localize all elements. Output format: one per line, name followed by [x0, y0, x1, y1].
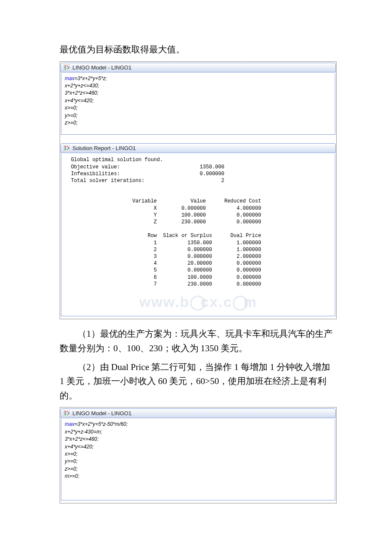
lingo-app-icon	[63, 145, 70, 151]
model-editor-1[interactable]: max=3*x+2*y+5*z;x+2*y+z<=430;3*x+2*z<=46…	[61, 73, 335, 135]
paragraph-1: （1）最优的生产方案为：玩具火车、玩具卡车和玩具汽车的生产数量分别为：0、100…	[60, 327, 337, 356]
model-line: z>=0;	[65, 465, 331, 473]
report-text: Global optimal solution found. Objective…	[65, 156, 331, 288]
paragraph-2: （2）由 Dual Price 第二行可知，当操作 1 每增加 1 分钟收入增加…	[60, 360, 337, 403]
screenshot-block-1: LINGO Model - LINGO1 max=3*x+2*y+5*z;x+2…	[60, 61, 337, 320]
solution-report-viewer[interactable]: Global optimal solution found. Objective…	[61, 154, 335, 316]
model-line: 3*x+2*z<=460;	[65, 90, 331, 97]
window-title: LINGO Model - LINGO1	[72, 410, 132, 416]
model-line: x+2*y+z<=430;	[65, 82, 331, 90]
svg-rect-3	[64, 69, 66, 69]
model-line: x+2*y+z-430=m;	[65, 428, 331, 436]
model-line: z>=0;	[65, 119, 331, 127]
lingo-app-icon	[63, 410, 70, 416]
watermark-text: www.b◯cx.c◯m	[139, 292, 257, 312]
svg-rect-2	[64, 67, 66, 68]
model-line: max=3*x+2*y+5*z;	[65, 75, 331, 82]
model-line: x+4*y<=420;	[65, 443, 331, 451]
svg-rect-10	[64, 413, 66, 414]
intro-text: 最优值为目标函数取得最大值。	[60, 43, 337, 57]
screenshot-block-2: LINGO Model - LINGO1 max=3*x+2*y+5*z-50*…	[60, 407, 337, 503]
window-title: LINGO Model - LINGO1	[72, 64, 132, 71]
svg-rect-6	[64, 148, 66, 149]
model-line: 3*x+2*z<=460;	[65, 436, 331, 443]
svg-rect-9	[64, 411, 66, 412]
window-titlebar-model-2: LINGO Model - LINGO1	[61, 408, 336, 418]
svg-rect-1	[64, 65, 66, 66]
svg-rect-5	[64, 146, 66, 147]
model-line: y>=0;	[65, 112, 331, 119]
svg-rect-11	[64, 415, 66, 416]
window-titlebar-model-1: LINGO Model - LINGO1	[61, 63, 336, 72]
model-line: x+4*y<=420;	[65, 97, 331, 104]
model-line: x>=0;	[65, 104, 331, 112]
model-line: y>=0;	[65, 458, 331, 465]
model-editor-2[interactable]: max=3*x+2*y+5*z-50*m/60;x+2*y+z-430=m;3*…	[61, 419, 335, 500]
window-titlebar-report: Solution Report - LINGO1	[61, 143, 336, 153]
model-line: x>=0;	[65, 451, 331, 458]
window-title: Solution Report - LINGO1	[72, 145, 136, 151]
model-line: m>=0;	[65, 473, 331, 480]
model-line: max=3*x+2*y+5*z-50*m/60;	[65, 421, 331, 428]
lingo-app-icon	[63, 64, 70, 71]
svg-rect-7	[64, 150, 66, 150]
